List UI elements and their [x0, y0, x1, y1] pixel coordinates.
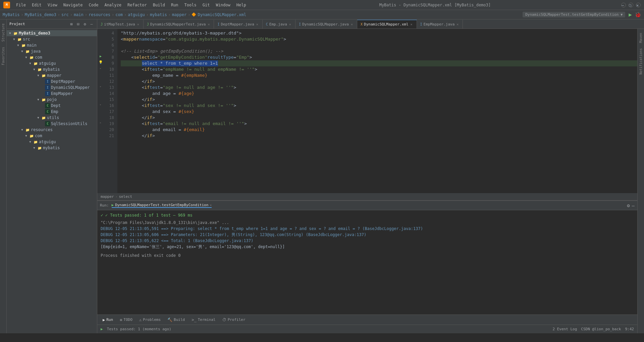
code-line[interactable]: and email = #{email} — [121, 127, 637, 133]
menu-view[interactable]: View — [45, 2, 60, 8]
sidebar-close-icon[interactable]: — — [89, 21, 94, 27]
code-line[interactable]: and age = #{age} — [121, 91, 637, 97]
menu-help[interactable]: Help — [234, 2, 249, 8]
breadcrumb-file[interactable]: DynamicSQLMapper.xml — [198, 12, 246, 17]
tab-close-button[interactable]: ✕ — [350, 22, 354, 26]
menu-refactor[interactable]: Refactor — [125, 2, 150, 8]
breadcrumb-resources[interactable]: resources — [89, 12, 110, 17]
tree-item[interactable]: ▼📁atguigu — [7, 139, 97, 145]
tree-item[interactable]: CSqlSessionUtils — [7, 121, 97, 127]
code-line[interactable]: </if> — [121, 133, 637, 139]
tab-close-button[interactable]: ✕ — [288, 22, 292, 26]
vtab-structure[interactable]: Structure — [0, 21, 6, 44]
menu-window[interactable]: Window — [213, 2, 233, 8]
tree-item[interactable]: ▼📁com — [7, 133, 97, 139]
code-line[interactable]: <if test="email != null and email != ''"… — [121, 121, 637, 127]
tree-item[interactable]: ▼📁MyBatis_demo3 — [7, 30, 97, 36]
tree-item[interactable]: ▼📁java — [7, 48, 97, 54]
tree-item[interactable]: ▼📁mybatis — [7, 145, 97, 151]
tab-close-button[interactable]: ✕ — [207, 22, 210, 26]
breadcrumb-demo3[interactable]: MyBatis_demo3 — [25, 12, 56, 17]
tree-item[interactable]: ▼📁resources — [7, 127, 97, 133]
breadcrumb-atguigu[interactable]: atguigu — [128, 12, 145, 17]
tree-item[interactable]: CDept — [7, 103, 97, 109]
run-button[interactable]: ▶Run — [100, 317, 116, 323]
sidebar-settings-icon[interactable]: ⚙ — [82, 21, 88, 27]
tree-item[interactable]: ▼📁utils — [7, 115, 97, 121]
menu-build[interactable]: Build — [150, 2, 168, 8]
tree-item[interactable]: ▼📁pojo — [7, 97, 97, 103]
sidebar-collapse-all-icon[interactable]: ⊟ — [75, 21, 81, 27]
breadcrumb-com[interactable]: com — [115, 12, 123, 17]
code-line[interactable]: <!-- List<Emp> getEmpByCondition(); --> — [121, 48, 637, 54]
run-config-selector[interactable]: DynamicSQLMapperTest.testGetEmpByConditi… — [523, 12, 625, 17]
profiler-button[interactable]: ⏱Profiler — [220, 317, 248, 323]
menu-git[interactable]: Git — [200, 2, 213, 8]
tree-item[interactable]: ▼📁src — [7, 36, 97, 42]
menu-analyze[interactable]: Analyze — [102, 2, 124, 8]
breadcrumb-bottom-select[interactable]: select — [119, 194, 132, 199]
tree-item[interactable]: ▼📁com — [7, 54, 97, 60]
code-line[interactable]: <if test="empName != null and empName !=… — [121, 66, 637, 72]
close-button[interactable]: ✕ — [636, 3, 641, 7]
menu-file[interactable]: File — [13, 2, 29, 8]
code-line[interactable] — [121, 42, 637, 48]
maximize-button[interactable]: ❐ — [629, 3, 633, 7]
run-settings-icon[interactable]: ⚙ — [627, 203, 630, 208]
code-line[interactable]: </if> — [121, 97, 637, 103]
run-tab-close-icon[interactable]: ✕ — [210, 203, 212, 207]
run-button-toolbar[interactable]: ▶ — [629, 11, 632, 18]
problems-button[interactable]: ⚠Problems — [137, 317, 163, 323]
tab-close-button[interactable]: ✕ — [137, 22, 140, 26]
menu-tools[interactable]: Tools — [182, 2, 199, 8]
tree-item[interactable]: ▼📁mybatis — [7, 66, 97, 72]
code-content[interactable]: "http://mybatis.org/dtd/mybatis-3-mapper… — [117, 29, 637, 193]
code-line[interactable]: select * from t_emp where 1=1 — [121, 60, 637, 66]
editor-tab[interactable]: CEmp.java✕ — [263, 20, 296, 28]
tree-item[interactable]: IDeptMapper — [7, 78, 97, 84]
editor-tab[interactable]: IDynamicSQLMapper.java✕ — [296, 20, 357, 28]
menu-navigate[interactable]: Navigate — [61, 2, 86, 8]
tree-item[interactable]: ▼📁atguigu — [7, 60, 97, 66]
sidebar-expand-all-icon[interactable]: ⊞ — [69, 21, 74, 27]
code-line[interactable]: </if> — [121, 78, 637, 84]
run-minimize-icon[interactable]: — — [632, 203, 635, 208]
breadcrumb-bottom-mapper[interactable]: mapper — [101, 194, 114, 199]
menu-run[interactable]: Run — [168, 2, 181, 8]
todo-button[interactable]: ≡TODO — [117, 317, 135, 323]
debug-button-toolbar[interactable]: 🐞 — [635, 11, 641, 18]
vtab-notifications[interactable]: Notifications — [638, 46, 644, 77]
code-line[interactable]: <mapper namespace="com.atguigu.mybatis.m… — [121, 36, 637, 42]
run-tab-active[interactable]: ▶ DynamicSQLMapperTest.testGetEmpByCondi… — [112, 203, 212, 208]
tree-item[interactable]: CEmp — [7, 109, 97, 115]
tree-item[interactable]: ▼📁main — [7, 42, 97, 48]
code-line[interactable]: and sex = #{sex} — [121, 109, 637, 115]
tree-item[interactable]: IDynamicSQLMapper — [7, 84, 97, 91]
breadcrumb-main[interactable]: main — [74, 12, 84, 17]
breadcrumb-src[interactable]: src — [61, 12, 69, 17]
editor-tab[interactable]: JitMapTest.java✕ — [97, 20, 144, 28]
code-line[interactable]: <if test="age != null and age != ''"> — [121, 84, 637, 91]
tree-item[interactable]: IEmpMapper — [7, 91, 97, 97]
code-line[interactable]: <select id="getEmpByCondition" resultTyp… — [121, 54, 637, 60]
vtab-maven[interactable]: Maven — [638, 30, 644, 46]
editor-tab[interactable]: IDeptMapper.java✕ — [214, 20, 262, 28]
code-line[interactable]: "http://mybatis.org/dtd/mybatis-3-mapper… — [121, 30, 637, 36]
breadcrumb-mybatis2[interactable]: mybatis — [150, 12, 167, 17]
code-line[interactable]: emp_name = #{empName} — [121, 72, 637, 78]
code-line[interactable]: </if> — [121, 115, 637, 121]
menu-code[interactable]: Code — [86, 2, 101, 8]
editor-tab[interactable]: JDynamicSQLMapperTest.java✕ — [144, 20, 214, 28]
event-log[interactable]: 2 Event Log — [552, 327, 577, 331]
vtab-favorites[interactable]: Favorites — [0, 44, 6, 68]
breadcrumb-mapper[interactable]: mapper — [172, 12, 186, 17]
tree-item[interactable]: ▼📁mapper — [7, 72, 97, 78]
code-editor[interactable]: ▶💡▸▸▸▸ 456789101112131415161718192021 "h… — [97, 29, 637, 193]
breadcrumb-mybatis[interactable]: MyBatis — [3, 12, 20, 17]
editor-tab[interactable]: XDynamicSQLMapper.xml✕ — [357, 20, 417, 28]
build-button[interactable]: 🔨Build — [165, 317, 187, 323]
minimize-button[interactable]: — — [621, 3, 626, 7]
menu-edit[interactable]: Edit — [29, 2, 44, 8]
project-tree[interactable]: ▼📁MyBatis_demo3▼📁src▼📁main▼📁java▼📁com▼📁a… — [7, 29, 97, 333]
tab-close-button[interactable]: ✕ — [256, 22, 259, 26]
